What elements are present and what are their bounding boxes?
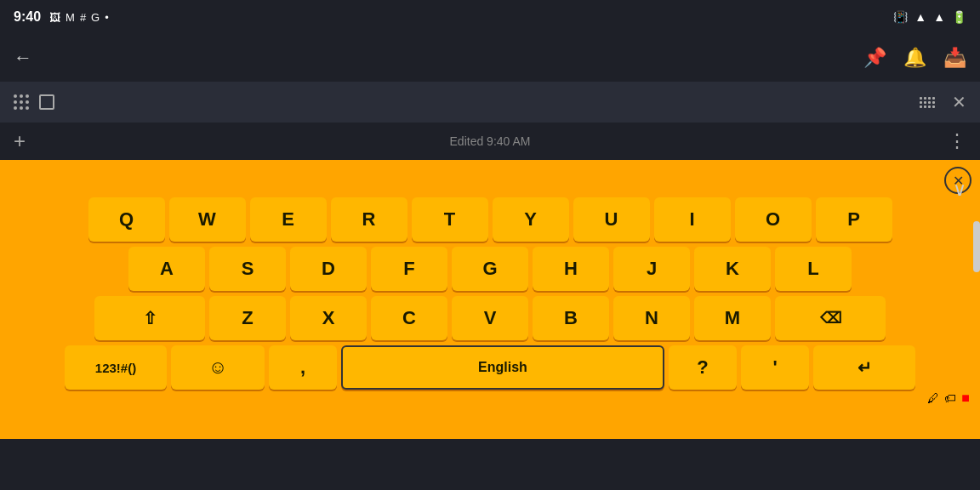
keyboard-bottom-bar: 🖊 🏷 ■ bbox=[3, 390, 977, 407]
comma-key[interactable]: , bbox=[269, 345, 337, 390]
key-a[interactable]: A bbox=[128, 247, 205, 291]
space-key[interactable]: English bbox=[341, 345, 664, 390]
editor-toolbar-left bbox=[14, 94, 54, 110]
add-button[interactable]: + bbox=[14, 129, 26, 153]
keyboard-close-row: ✕ bbox=[3, 167, 977, 197]
edited-timestamp: Edited 9:40 AM bbox=[450, 134, 531, 148]
key-p[interactable]: P bbox=[816, 197, 892, 242]
status-bar: 9:40 🖼 M # G • 📳 ▲ ▲ 🔋 bbox=[0, 0, 980, 34]
key-y[interactable]: Y bbox=[493, 197, 569, 242]
key-f[interactable]: F bbox=[371, 247, 447, 291]
key-g[interactable]: G bbox=[452, 247, 528, 291]
battery-icon: 🔋 bbox=[952, 10, 966, 24]
slack-icon: # bbox=[80, 11, 86, 24]
question-key[interactable]: ? bbox=[669, 345, 737, 390]
enter-key[interactable]: ↵ bbox=[813, 345, 915, 390]
image-icon: 🖼 bbox=[49, 11, 60, 24]
apostrophe-key[interactable]: ' bbox=[741, 345, 809, 390]
key-m[interactable]: M bbox=[694, 296, 771, 340]
editor-toolbar: ✕ bbox=[0, 82, 980, 122]
label-icon[interactable]: 🏷 bbox=[944, 391, 956, 405]
key-j[interactable]: J bbox=[613, 247, 690, 291]
vibrate-icon: 📳 bbox=[893, 10, 908, 24]
toolbar-right: 📌 🔔 📥 bbox=[863, 47, 966, 69]
toolbar-left: ← bbox=[14, 47, 32, 69]
square-icon[interactable] bbox=[39, 94, 54, 110]
key-k[interactable]: K bbox=[694, 247, 771, 291]
key-b[interactable]: B bbox=[533, 296, 609, 340]
app-toolbar: ← 📌 🔔 📥 bbox=[0, 34, 980, 82]
color-icon[interactable]: ■ bbox=[961, 390, 970, 406]
key-z[interactable]: Z bbox=[209, 296, 286, 340]
chevron-down-icon[interactable]: ∨ bbox=[953, 179, 966, 201]
key-o[interactable]: O bbox=[735, 197, 812, 242]
shift-key[interactable]: ⇧ bbox=[94, 296, 205, 340]
keyboard-rows: Q W E R T Y U I O P A S D F G H J K L ⇧ … bbox=[3, 197, 977, 390]
emoji-key[interactable]: ☺ bbox=[171, 345, 265, 390]
keyboard-row-3: ⇧ Z X C V B N M ⌫ bbox=[7, 296, 973, 340]
news-icon: G bbox=[91, 11, 100, 24]
key-v[interactable]: V bbox=[452, 296, 528, 340]
draw-icon[interactable]: 🖊 bbox=[927, 391, 939, 405]
wifi-icon: ▲ bbox=[914, 10, 926, 24]
numbers-key[interactable]: 123!#() bbox=[65, 345, 167, 390]
signal-icon: ▲ bbox=[933, 10, 945, 24]
back-button[interactable]: ← bbox=[14, 47, 32, 69]
key-w[interactable]: W bbox=[169, 197, 246, 242]
status-icons: 🖼 M # G • bbox=[49, 11, 109, 24]
keyboard: ✕ Q W E R T Y U I O P A S D F G H J K L bbox=[0, 160, 980, 439]
bell-alert-icon[interactable]: 🔔 bbox=[903, 47, 926, 69]
key-c[interactable]: C bbox=[371, 296, 447, 340]
key-u[interactable]: U bbox=[573, 197, 650, 242]
key-e[interactable]: E bbox=[250, 197, 327, 242]
key-n[interactable]: N bbox=[613, 296, 690, 340]
key-r[interactable]: R bbox=[331, 197, 407, 242]
key-q[interactable]: Q bbox=[88, 197, 165, 242]
close-icon[interactable]: ✕ bbox=[952, 92, 966, 112]
more-options-button[interactable]: ⋮ bbox=[948, 130, 966, 152]
keyboard-grid-icon[interactable] bbox=[920, 97, 935, 108]
key-l[interactable]: L bbox=[775, 247, 852, 291]
notification-dot: • bbox=[105, 11, 109, 24]
archive-icon[interactable]: 📥 bbox=[943, 47, 966, 69]
status-time: 9:40 bbox=[14, 9, 41, 25]
key-d[interactable]: D bbox=[290, 247, 367, 291]
keyboard-row-4: 123!#() ☺ , English ? ' ↵ bbox=[7, 345, 973, 390]
keyboard-row-1: Q W E R T Y U I O P bbox=[7, 197, 973, 242]
status-left: 9:40 🖼 M # G • bbox=[14, 9, 109, 25]
status-line: + Edited 9:40 AM ⋮ bbox=[0, 122, 980, 160]
key-s[interactable]: S bbox=[209, 247, 286, 291]
key-x[interactable]: X bbox=[290, 296, 367, 340]
scrollbar[interactable] bbox=[973, 221, 980, 272]
gmail-icon: M bbox=[66, 11, 75, 24]
key-i[interactable]: I bbox=[654, 197, 731, 242]
status-right: 📳 ▲ ▲ 🔋 bbox=[893, 10, 966, 24]
key-h[interactable]: H bbox=[533, 247, 609, 291]
key-t[interactable]: T bbox=[412, 197, 488, 242]
pin-icon[interactable]: 📌 bbox=[863, 47, 886, 69]
editor-toolbar-right: ✕ bbox=[920, 92, 966, 112]
backspace-key[interactable]: ⌫ bbox=[775, 296, 886, 340]
keyboard-row-2: A S D F G H J K L bbox=[7, 247, 973, 291]
dots-grid-icon[interactable] bbox=[14, 94, 29, 110]
